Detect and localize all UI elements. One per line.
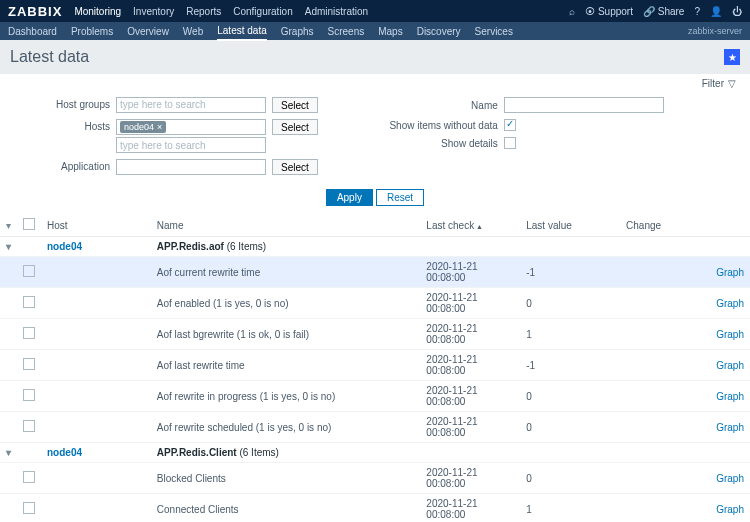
search-icon[interactable]: ⌕ [569, 6, 575, 17]
subnav-item[interactable]: Problems [71, 23, 113, 40]
subnav-item[interactable]: Web [183, 23, 203, 40]
row-checkbox[interactable] [23, 389, 35, 401]
row-checkbox[interactable] [23, 502, 35, 514]
item-row: Aof last rewrite time2020-11-21 00:08:00… [0, 350, 750, 381]
subnav-item[interactable]: Dashboard [8, 23, 57, 40]
item-name: Blocked Clients [151, 463, 421, 494]
item-row: Blocked Clients2020-11-21 00:08:000Graph [0, 463, 750, 494]
apply-button[interactable]: Apply [326, 189, 373, 206]
col-last-check[interactable]: Last check [420, 214, 520, 237]
topnav-item[interactable]: Configuration [233, 6, 292, 17]
name-label: Name [378, 100, 498, 111]
subnav-item[interactable]: Overview [127, 23, 169, 40]
item-change [620, 319, 700, 350]
col-name[interactable]: Name [151, 214, 421, 237]
application-input[interactable] [116, 159, 266, 175]
item-change [620, 381, 700, 412]
col-last-value[interactable]: Last value [520, 214, 620, 237]
collapse-icon[interactable]: ▾ [6, 447, 11, 458]
row-checkbox[interactable] [23, 471, 35, 483]
hosts-select-button[interactable]: Select [272, 119, 318, 135]
item-last-check: 2020-11-21 00:08:00 [420, 319, 520, 350]
topbar-right: ⌕ ⦿ Support 🔗 Share ? 👤 ⏻ [569, 6, 742, 17]
row-checkbox[interactable] [23, 265, 35, 277]
subnav-item[interactable]: Services [475, 23, 513, 40]
item-change [620, 288, 700, 319]
subnav-item[interactable]: Discovery [417, 23, 461, 40]
col-change[interactable]: Change [620, 214, 700, 237]
item-last-check: 2020-11-21 00:08:00 [420, 257, 520, 288]
app-name: APP.Redis.Client (6 Items) [151, 443, 421, 463]
graph-link[interactable]: Graph [716, 473, 744, 484]
logout-icon[interactable]: ⏻ [732, 6, 742, 17]
graph-link[interactable]: Graph [716, 298, 744, 309]
subnav-item[interactable]: Screens [328, 23, 365, 40]
favorite-button[interactable]: ★ [724, 49, 740, 65]
topbar: ZABBIX MonitoringInventoryReportsConfigu… [0, 0, 750, 22]
data-table: ▾ Host Name Last check Last value Change… [0, 214, 750, 522]
item-name: Aof last bgrewrite (1 is ok, 0 is fail) [151, 319, 421, 350]
item-name: Aof rewrite scheduled (1 is yes, 0 is no… [151, 412, 421, 443]
reset-button[interactable]: Reset [376, 189, 424, 206]
close-icon[interactable]: × [157, 122, 162, 132]
topnav-item[interactable]: Reports [186, 6, 221, 17]
application-select-button[interactable]: Select [272, 159, 318, 175]
col-host[interactable]: Host [41, 214, 151, 237]
item-change [620, 412, 700, 443]
item-row: Aof last bgrewrite (1 is ok, 0 is fail)2… [0, 319, 750, 350]
item-name: Aof rewrite in progress (1 is yes, 0 is … [151, 381, 421, 412]
item-name: Connected Clients [151, 494, 421, 523]
select-all-checkbox[interactable] [23, 218, 35, 230]
item-change [620, 494, 700, 523]
item-last-value: 0 [520, 381, 620, 412]
item-row: Aof enabled (1 is yes, 0 is no)2020-11-2… [0, 288, 750, 319]
graph-link[interactable]: Graph [716, 504, 744, 515]
item-last-check: 2020-11-21 00:08:00 [420, 463, 520, 494]
item-last-check: 2020-11-21 00:08:00 [420, 350, 520, 381]
filter-tab[interactable]: Filter ▽ [0, 74, 750, 89]
subnav-item[interactable]: Latest data [217, 22, 266, 41]
group-row: ▾node04APP.Redis.Client (6 Items) [0, 443, 750, 463]
show-details-checkbox[interactable] [504, 137, 516, 149]
support-link[interactable]: ⦿ Support [585, 6, 633, 17]
share-link[interactable]: 🔗 Share [643, 6, 684, 17]
item-last-value: -1 [520, 350, 620, 381]
item-row: Aof rewrite in progress (1 is yes, 0 is … [0, 381, 750, 412]
hosts-search-input[interactable] [116, 137, 266, 153]
item-change [620, 463, 700, 494]
host-groups-input[interactable]: type here to search [116, 97, 266, 113]
topnav-item[interactable]: Administration [305, 6, 368, 17]
item-row: Connected Clients2020-11-21 00:08:001Gra… [0, 494, 750, 523]
row-checkbox[interactable] [23, 296, 35, 308]
host-link[interactable]: node04 [47, 241, 82, 252]
host-tag[interactable]: node04× [120, 121, 166, 133]
user-icon[interactable]: 👤 [710, 6, 722, 17]
collapse-all-icon[interactable]: ▾ [6, 220, 11, 231]
logo: ZABBIX [8, 4, 62, 19]
host-groups-select-button[interactable]: Select [272, 97, 318, 113]
row-checkbox[interactable] [23, 327, 35, 339]
collapse-icon[interactable]: ▾ [6, 241, 11, 252]
graph-link[interactable]: Graph [716, 360, 744, 371]
graph-link[interactable]: Graph [716, 391, 744, 402]
topnav-item[interactable]: Monitoring [74, 6, 121, 17]
filter-body: Host groups type here to search Select H… [0, 89, 750, 185]
hosts-input[interactable]: node04× [116, 119, 266, 135]
row-checkbox[interactable] [23, 358, 35, 370]
row-checkbox[interactable] [23, 420, 35, 432]
item-last-value: 1 [520, 319, 620, 350]
show-items-without-data-checkbox[interactable] [504, 119, 516, 131]
subnav-item[interactable]: Maps [378, 23, 402, 40]
item-last-check: 2020-11-21 00:08:00 [420, 381, 520, 412]
graph-link[interactable]: Graph [716, 422, 744, 433]
name-input[interactable] [504, 97, 664, 113]
subnav-item[interactable]: Graphs [281, 23, 314, 40]
topnav-item[interactable]: Inventory [133, 6, 174, 17]
help-icon[interactable]: ? [694, 6, 700, 17]
graph-link[interactable]: Graph [716, 267, 744, 278]
item-row: Aof rewrite scheduled (1 is yes, 0 is no… [0, 412, 750, 443]
group-row: ▾node04APP.Redis.aof (6 Items) [0, 237, 750, 257]
graph-link[interactable]: Graph [716, 329, 744, 340]
host-link[interactable]: node04 [47, 447, 82, 458]
filter-toggle-icon[interactable]: ▽ [728, 78, 736, 89]
